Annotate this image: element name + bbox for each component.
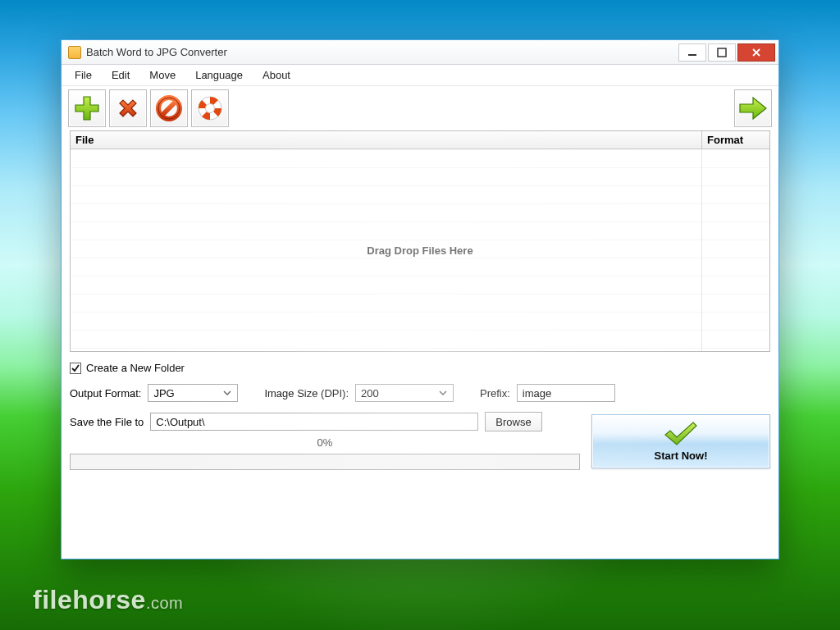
maximize-icon (717, 48, 727, 57)
dpi-value: 200 (361, 387, 436, 399)
minimize-button[interactable] (678, 43, 706, 62)
clear-button[interactable] (150, 89, 188, 127)
close-icon (751, 48, 761, 57)
watermark-name: filehorse (33, 585, 146, 614)
create-folder-label: Create a New Folder (86, 362, 185, 374)
prefix-input[interactable]: image (517, 384, 615, 402)
menu-file[interactable]: File (66, 66, 100, 84)
close-button[interactable] (737, 43, 775, 62)
list-header: File Format (71, 131, 769, 149)
checkbox-icon (70, 363, 81, 374)
app-icon (68, 46, 81, 59)
menu-language[interactable]: Language (187, 66, 251, 84)
svg-point-6 (206, 104, 215, 113)
window-title: Batch Word to JPG Converter (86, 46, 677, 58)
column-separator[interactable] (701, 149, 702, 351)
help-button[interactable] (191, 89, 229, 127)
create-folder-checkbox[interactable]: Create a New Folder (70, 362, 185, 374)
watermark: filehorse.com (33, 585, 183, 615)
drop-placeholder: Drag Drop Files Here (71, 244, 769, 257)
svg-rect-1 (718, 48, 726, 57)
next-button[interactable] (734, 89, 772, 127)
menu-about[interactable]: About (254, 66, 299, 84)
lifebuoy-icon (195, 94, 225, 123)
save-path-input[interactable]: C:\Output\ (150, 413, 478, 431)
output-format-value: JPG (153, 387, 221, 399)
save-path-label: Save the File to (70, 416, 144, 428)
arrow-right-icon (737, 94, 769, 123)
options-panel: Create a New Folder Output Format: JPG I… (70, 352, 770, 470)
output-format-select[interactable]: JPG (148, 384, 238, 402)
list-rows[interactable]: Drag Drop Files Here (71, 149, 769, 351)
window-controls (677, 43, 775, 62)
minimize-icon (687, 48, 697, 57)
chevron-down-icon (221, 387, 234, 399)
save-path-value: C:\Output\ (156, 416, 204, 428)
column-header-file[interactable]: File (71, 131, 702, 148)
prefix-value: image (523, 387, 551, 399)
dpi-label: Image Size (DPI): (264, 387, 349, 399)
titlebar[interactable]: Batch Word to JPG Converter (62, 40, 778, 65)
start-button[interactable]: Start Now! (591, 414, 770, 468)
maximize-button[interactable] (708, 43, 736, 62)
browse-label: Browse (495, 416, 531, 428)
progress-percent: 0% (70, 436, 580, 449)
toolbar (62, 86, 778, 130)
browse-button[interactable]: Browse (485, 412, 541, 431)
chevron-down-icon (436, 387, 450, 399)
menu-edit[interactable]: Edit (103, 66, 138, 84)
dpi-select[interactable]: 200 (355, 384, 454, 402)
remove-button[interactable] (109, 89, 147, 127)
svg-line-3 (162, 101, 176, 116)
file-list[interactable]: File Format Drag Drop Files Here (70, 130, 770, 352)
prohibit-icon (154, 94, 184, 123)
desktop-background: Batch Word to JPG Converter File Edit Mo… (0, 0, 840, 630)
progress-bar (70, 454, 580, 470)
app-window: Batch Word to JPG Converter File Edit Mo… (61, 39, 779, 559)
prefix-label: Prefix: (480, 387, 510, 399)
x-icon (113, 94, 143, 123)
watermark-tld: .com (146, 594, 183, 612)
menubar: File Edit Move Language About (62, 65, 778, 86)
menu-move[interactable]: Move (141, 66, 184, 84)
add-button[interactable] (68, 89, 106, 127)
output-format-label: Output Format: (70, 387, 141, 399)
start-label: Start Now! (655, 450, 708, 462)
column-header-format[interactable]: Format (702, 131, 769, 148)
svg-rect-0 (688, 54, 696, 56)
plus-icon (72, 94, 102, 123)
content-area: File Format Drag Drop Files Here Create … (62, 130, 778, 478)
checkmark-icon (662, 420, 700, 448)
